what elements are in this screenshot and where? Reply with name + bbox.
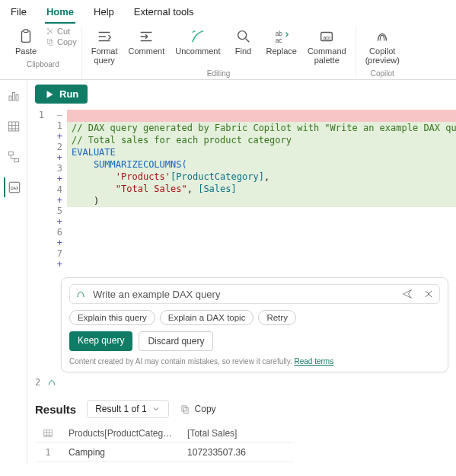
code-text: 'Products' [72, 171, 171, 182]
ai-disclaimer: Content created by AI may contain mistak… [69, 357, 440, 366]
ribbon-group-clipboard: Paste Cut Copy Clipboard [5, 27, 82, 78]
ribbon-group-editing-label: Editing [207, 69, 231, 78]
cut-button[interactable]: Cut [46, 27, 77, 36]
results-selector[interactable]: Result 1 of 1 [87, 400, 168, 418]
results-table: Products[ProductCateg… [Total Sales] 1Ca… [35, 424, 294, 465]
run-label: Run [59, 88, 78, 100]
replace-button[interactable]: abacReplace [262, 27, 301, 57]
scissors-icon [46, 27, 55, 36]
copilot-icon [75, 288, 87, 300]
paste-label: Paste [15, 46, 37, 56]
copy-icon [180, 404, 190, 414]
svg-text:DAX: DAX [10, 186, 18, 190]
code-editor[interactable]: 1 — 1+ 2+ 3+ 4+ 5+ 6+ 7+ // DAX query ge… [35, 110, 448, 270]
outer-gutter: 1 [35, 110, 49, 270]
command-palette-icon: ab| [318, 28, 335, 45]
code-lines: // DAX query generated by Fabric Copilot… [67, 110, 456, 270]
run-button[interactable]: Run [35, 85, 88, 104]
row-number: 1 [35, 443, 61, 462]
svg-rect-4 [48, 40, 52, 44]
copy-button[interactable]: Copy [46, 37, 77, 46]
sidebar-model-view[interactable] [4, 147, 24, 167]
table-row: 1Camping107233507.36 [35, 443, 294, 462]
find-label: Find [235, 46, 251, 56]
menu-help[interactable]: Help [92, 4, 116, 24]
dax-icon: DAX [8, 180, 21, 194]
cut-label: Cut [57, 27, 70, 36]
results-selector-label: Result 1 of 1 [95, 404, 146, 414]
close-icon[interactable] [423, 288, 435, 300]
sidebar-table-view[interactable] [4, 117, 24, 136]
send-icon[interactable] [401, 288, 413, 300]
replace-label: Replace [266, 46, 297, 56]
keep-query-button[interactable]: Keep query [69, 331, 132, 351]
read-terms-link[interactable]: Read terms [295, 357, 334, 366]
code-text: [Sales] [198, 184, 237, 194]
col-header-category[interactable]: Products[ProductCateg… [61, 424, 180, 443]
find-button[interactable]: Find [227, 27, 260, 57]
svg-rect-13 [16, 95, 18, 101]
menubar: File Home Help External tools [0, 0, 456, 24]
ai-disclaimer-text: Content created by AI may contain mistak… [69, 357, 295, 366]
comment-button[interactable]: Comment [124, 27, 170, 57]
format-query-label: Format query [91, 46, 118, 65]
code-text: // DAX query generated by Fabric Copilot… [72, 123, 456, 133]
cell-category: Hiking [61, 462, 180, 465]
svg-rect-1 [24, 30, 28, 33]
code-text: // Total sales for each product category [72, 135, 292, 145]
play-icon [44, 89, 55, 100]
row-number: 2 [35, 462, 61, 465]
chip-retry[interactable]: Retry [258, 310, 295, 325]
cell-total-sales: 107233507.36 [180, 443, 294, 462]
menu-file[interactable]: File [9, 4, 28, 24]
menu-home[interactable]: Home [45, 4, 75, 24]
svg-rect-21 [44, 430, 53, 437]
svg-point-6 [238, 31, 246, 40]
code-text: "Total Sales" [72, 184, 187, 194]
copy-results-button[interactable]: Copy [180, 404, 216, 414]
command-palette-button[interactable]: ab|Command palette [303, 27, 351, 66]
code-line-error [67, 110, 456, 122]
copy-label: Copy [195, 404, 216, 414]
cursor-line-number: 2 [35, 377, 40, 388]
chevron-down-icon [151, 404, 161, 414]
paste-button[interactable]: Paste [9, 27, 43, 57]
copilot-icon[interactable] [46, 377, 57, 388]
results-title: Results [35, 403, 76, 416]
col-header-total-sales[interactable]: [Total Sales] [180, 424, 294, 443]
ribbon-group-copilot-label: Copilot [371, 69, 394, 78]
sidebar-report-view[interactable] [4, 86, 24, 106]
menu-external-tools[interactable]: External tools [132, 4, 196, 24]
copilot-suggestion-chips: Explain this query Explain a DAX topic R… [69, 310, 440, 325]
replace-icon: abac [273, 28, 290, 45]
copy-icon [46, 37, 55, 46]
chip-explain-this-query[interactable]: Explain this query [69, 310, 155, 325]
code-text: [ProductCategory] [171, 171, 264, 182]
chip-explain-dax-topic[interactable]: Explain a DAX topic [160, 310, 254, 325]
svg-rect-5 [49, 41, 53, 46]
uncomment-icon [190, 28, 206, 45]
clipboard-icon [18, 28, 34, 45]
copilot-inline-box: Write an example DAX query Explain this … [61, 277, 448, 372]
copilot-prompt-text[interactable]: Write an example DAX query [93, 289, 395, 300]
svg-rect-12 [12, 93, 14, 101]
uncomment-button[interactable]: Uncomment [171, 27, 225, 57]
table-corner [35, 424, 61, 443]
code-text: , [264, 171, 269, 182]
editor-content: Run 1 — 1+ 2+ 3+ 4+ 5+ 6+ 7+ // DAX quer… [27, 80, 456, 465]
results-header: Results Result 1 of 1 Copy [35, 400, 448, 418]
sidebar-dax-view[interactable]: DAX [4, 177, 24, 197]
code-text: EVALUATE [72, 147, 116, 158]
cell-category: Camping [61, 443, 180, 462]
table-icon [7, 120, 21, 133]
table-row: 2Hiking108833624.74 [35, 462, 294, 465]
code-text: ) [72, 196, 99, 206]
copilot-prompt-row: Write an example DAX query [69, 284, 440, 304]
copilot-icon [374, 28, 391, 45]
copy-label: Copy [57, 37, 77, 46]
format-query-button[interactable]: Format query [87, 27, 123, 66]
copilot-button[interactable]: Copilot (preview) [361, 27, 404, 66]
discard-query-button[interactable]: Discard query [139, 331, 213, 351]
cursor-row: 2 [35, 377, 448, 388]
command-palette-label: Command palette [308, 46, 346, 65]
